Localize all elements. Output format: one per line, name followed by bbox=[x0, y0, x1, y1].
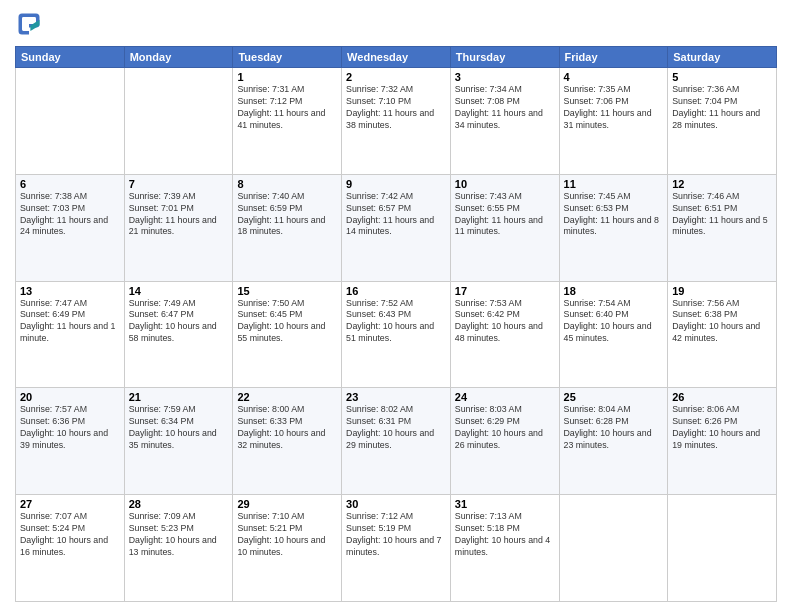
day-info: Sunrise: 7:57 AMSunset: 6:36 PMDaylight:… bbox=[20, 404, 120, 452]
day-info: Sunrise: 8:02 AMSunset: 6:31 PMDaylight:… bbox=[346, 404, 446, 452]
day-number: 18 bbox=[564, 285, 664, 297]
calendar-cell: 11Sunrise: 7:45 AMSunset: 6:53 PMDayligh… bbox=[559, 174, 668, 281]
calendar-cell: 29Sunrise: 7:10 AMSunset: 5:21 PMDayligh… bbox=[233, 495, 342, 602]
day-info: Sunrise: 7:46 AMSunset: 6:51 PMDaylight:… bbox=[672, 191, 772, 239]
day-number: 31 bbox=[455, 498, 555, 510]
day-info: Sunrise: 7:59 AMSunset: 6:34 PMDaylight:… bbox=[129, 404, 229, 452]
day-number: 8 bbox=[237, 178, 337, 190]
day-number: 6 bbox=[20, 178, 120, 190]
day-info: Sunrise: 7:49 AMSunset: 6:47 PMDaylight:… bbox=[129, 298, 229, 346]
day-number: 22 bbox=[237, 391, 337, 403]
logo bbox=[15, 10, 45, 38]
calendar-cell: 31Sunrise: 7:13 AMSunset: 5:18 PMDayligh… bbox=[450, 495, 559, 602]
calendar-cell: 15Sunrise: 7:50 AMSunset: 6:45 PMDayligh… bbox=[233, 281, 342, 388]
day-info: Sunrise: 7:53 AMSunset: 6:42 PMDaylight:… bbox=[455, 298, 555, 346]
day-info: Sunrise: 7:32 AMSunset: 7:10 PMDaylight:… bbox=[346, 84, 446, 132]
calendar-cell: 12Sunrise: 7:46 AMSunset: 6:51 PMDayligh… bbox=[668, 174, 777, 281]
calendar-cell bbox=[559, 495, 668, 602]
day-header-wednesday: Wednesday bbox=[342, 47, 451, 68]
calendar-cell: 1Sunrise: 7:31 AMSunset: 7:12 PMDaylight… bbox=[233, 68, 342, 175]
day-info: Sunrise: 8:03 AMSunset: 6:29 PMDaylight:… bbox=[455, 404, 555, 452]
day-header-thursday: Thursday bbox=[450, 47, 559, 68]
calendar-cell bbox=[668, 495, 777, 602]
calendar-cell: 27Sunrise: 7:07 AMSunset: 5:24 PMDayligh… bbox=[16, 495, 125, 602]
logo-icon bbox=[15, 10, 43, 38]
calendar-cell: 18Sunrise: 7:54 AMSunset: 6:40 PMDayligh… bbox=[559, 281, 668, 388]
calendar-cell: 13Sunrise: 7:47 AMSunset: 6:49 PMDayligh… bbox=[16, 281, 125, 388]
day-info: Sunrise: 7:45 AMSunset: 6:53 PMDaylight:… bbox=[564, 191, 664, 239]
day-number: 11 bbox=[564, 178, 664, 190]
day-number: 26 bbox=[672, 391, 772, 403]
calendar-cell: 4Sunrise: 7:35 AMSunset: 7:06 PMDaylight… bbox=[559, 68, 668, 175]
day-header-sunday: Sunday bbox=[16, 47, 125, 68]
day-number: 5 bbox=[672, 71, 772, 83]
calendar-week-1: 6Sunrise: 7:38 AMSunset: 7:03 PMDaylight… bbox=[16, 174, 777, 281]
day-header-monday: Monday bbox=[124, 47, 233, 68]
day-info: Sunrise: 7:43 AMSunset: 6:55 PMDaylight:… bbox=[455, 191, 555, 239]
day-info: Sunrise: 8:00 AMSunset: 6:33 PMDaylight:… bbox=[237, 404, 337, 452]
day-number: 14 bbox=[129, 285, 229, 297]
calendar-header-row: SundayMondayTuesdayWednesdayThursdayFrid… bbox=[16, 47, 777, 68]
day-number: 28 bbox=[129, 498, 229, 510]
day-info: Sunrise: 7:52 AMSunset: 6:43 PMDaylight:… bbox=[346, 298, 446, 346]
calendar-cell bbox=[16, 68, 125, 175]
calendar-week-2: 13Sunrise: 7:47 AMSunset: 6:49 PMDayligh… bbox=[16, 281, 777, 388]
calendar-cell: 6Sunrise: 7:38 AMSunset: 7:03 PMDaylight… bbox=[16, 174, 125, 281]
day-info: Sunrise: 7:12 AMSunset: 5:19 PMDaylight:… bbox=[346, 511, 446, 559]
day-info: Sunrise: 7:34 AMSunset: 7:08 PMDaylight:… bbox=[455, 84, 555, 132]
day-number: 25 bbox=[564, 391, 664, 403]
day-number: 13 bbox=[20, 285, 120, 297]
day-info: Sunrise: 8:06 AMSunset: 6:26 PMDaylight:… bbox=[672, 404, 772, 452]
day-number: 10 bbox=[455, 178, 555, 190]
calendar-cell: 2Sunrise: 7:32 AMSunset: 7:10 PMDaylight… bbox=[342, 68, 451, 175]
day-number: 15 bbox=[237, 285, 337, 297]
calendar-cell: 7Sunrise: 7:39 AMSunset: 7:01 PMDaylight… bbox=[124, 174, 233, 281]
day-info: Sunrise: 7:07 AMSunset: 5:24 PMDaylight:… bbox=[20, 511, 120, 559]
calendar-cell: 8Sunrise: 7:40 AMSunset: 6:59 PMDaylight… bbox=[233, 174, 342, 281]
day-info: Sunrise: 7:47 AMSunset: 6:49 PMDaylight:… bbox=[20, 298, 120, 346]
page: SundayMondayTuesdayWednesdayThursdayFrid… bbox=[0, 0, 792, 612]
calendar-cell: 30Sunrise: 7:12 AMSunset: 5:19 PMDayligh… bbox=[342, 495, 451, 602]
calendar-cell: 14Sunrise: 7:49 AMSunset: 6:47 PMDayligh… bbox=[124, 281, 233, 388]
day-number: 2 bbox=[346, 71, 446, 83]
day-header-tuesday: Tuesday bbox=[233, 47, 342, 68]
day-info: Sunrise: 7:10 AMSunset: 5:21 PMDaylight:… bbox=[237, 511, 337, 559]
day-number: 27 bbox=[20, 498, 120, 510]
calendar-cell: 5Sunrise: 7:36 AMSunset: 7:04 PMDaylight… bbox=[668, 68, 777, 175]
day-info: Sunrise: 7:13 AMSunset: 5:18 PMDaylight:… bbox=[455, 511, 555, 559]
calendar-table: SundayMondayTuesdayWednesdayThursdayFrid… bbox=[15, 46, 777, 602]
day-info: Sunrise: 7:56 AMSunset: 6:38 PMDaylight:… bbox=[672, 298, 772, 346]
calendar-cell: 20Sunrise: 7:57 AMSunset: 6:36 PMDayligh… bbox=[16, 388, 125, 495]
calendar-cell: 25Sunrise: 8:04 AMSunset: 6:28 PMDayligh… bbox=[559, 388, 668, 495]
day-info: Sunrise: 7:39 AMSunset: 7:01 PMDaylight:… bbox=[129, 191, 229, 239]
calendar-cell: 10Sunrise: 7:43 AMSunset: 6:55 PMDayligh… bbox=[450, 174, 559, 281]
day-info: Sunrise: 7:36 AMSunset: 7:04 PMDaylight:… bbox=[672, 84, 772, 132]
day-info: Sunrise: 7:31 AMSunset: 7:12 PMDaylight:… bbox=[237, 84, 337, 132]
day-info: Sunrise: 8:04 AMSunset: 6:28 PMDaylight:… bbox=[564, 404, 664, 452]
calendar-cell: 24Sunrise: 8:03 AMSunset: 6:29 PMDayligh… bbox=[450, 388, 559, 495]
calendar-week-0: 1Sunrise: 7:31 AMSunset: 7:12 PMDaylight… bbox=[16, 68, 777, 175]
calendar-cell: 21Sunrise: 7:59 AMSunset: 6:34 PMDayligh… bbox=[124, 388, 233, 495]
day-number: 24 bbox=[455, 391, 555, 403]
day-header-saturday: Saturday bbox=[668, 47, 777, 68]
calendar-cell: 16Sunrise: 7:52 AMSunset: 6:43 PMDayligh… bbox=[342, 281, 451, 388]
day-number: 16 bbox=[346, 285, 446, 297]
calendar-cell bbox=[124, 68, 233, 175]
calendar-cell: 22Sunrise: 8:00 AMSunset: 6:33 PMDayligh… bbox=[233, 388, 342, 495]
day-number: 19 bbox=[672, 285, 772, 297]
day-number: 1 bbox=[237, 71, 337, 83]
calendar-cell: 28Sunrise: 7:09 AMSunset: 5:23 PMDayligh… bbox=[124, 495, 233, 602]
day-info: Sunrise: 7:35 AMSunset: 7:06 PMDaylight:… bbox=[564, 84, 664, 132]
day-info: Sunrise: 7:38 AMSunset: 7:03 PMDaylight:… bbox=[20, 191, 120, 239]
day-number: 20 bbox=[20, 391, 120, 403]
day-number: 12 bbox=[672, 178, 772, 190]
day-number: 30 bbox=[346, 498, 446, 510]
calendar-cell: 23Sunrise: 8:02 AMSunset: 6:31 PMDayligh… bbox=[342, 388, 451, 495]
calendar-cell: 17Sunrise: 7:53 AMSunset: 6:42 PMDayligh… bbox=[450, 281, 559, 388]
day-info: Sunrise: 7:42 AMSunset: 6:57 PMDaylight:… bbox=[346, 191, 446, 239]
calendar-cell: 26Sunrise: 8:06 AMSunset: 6:26 PMDayligh… bbox=[668, 388, 777, 495]
day-info: Sunrise: 7:54 AMSunset: 6:40 PMDaylight:… bbox=[564, 298, 664, 346]
calendar-cell: 19Sunrise: 7:56 AMSunset: 6:38 PMDayligh… bbox=[668, 281, 777, 388]
calendar-week-3: 20Sunrise: 7:57 AMSunset: 6:36 PMDayligh… bbox=[16, 388, 777, 495]
day-info: Sunrise: 7:50 AMSunset: 6:45 PMDaylight:… bbox=[237, 298, 337, 346]
